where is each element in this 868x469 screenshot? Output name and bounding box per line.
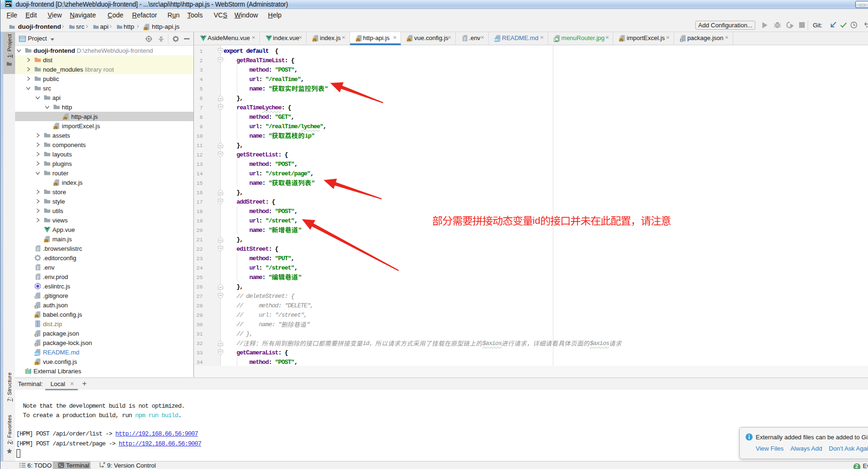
svg-text:{}: {} [34, 333, 38, 337]
svg-text:MD: MD [494, 38, 500, 41]
svg-text:{}: {} [34, 343, 38, 346]
svg-text:{}: {} [679, 38, 683, 42]
svg-text:{}: {} [34, 305, 38, 309]
svg-text:JS: JS [34, 362, 39, 365]
svg-text:JS: JS [619, 38, 624, 41]
svg-text:JS: JS [34, 314, 39, 318]
svg-text:MD: MD [34, 352, 40, 355]
